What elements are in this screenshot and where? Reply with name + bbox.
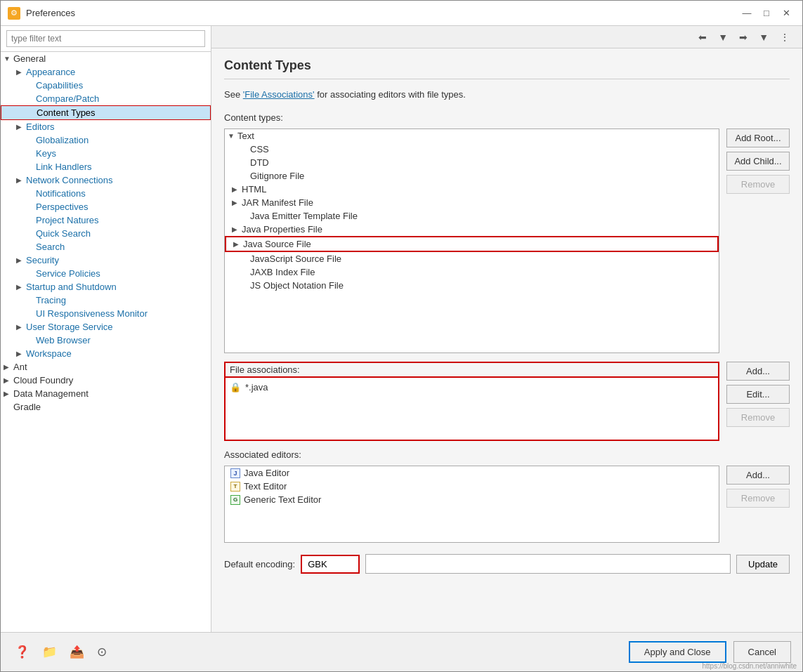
- file-associations-label: File associations:: [224, 362, 719, 378]
- sidebar-item-keys[interactable]: ▶ Keys: [1, 147, 211, 160]
- more-options-button[interactable]: ⋮: [776, 29, 794, 45]
- sidebar-item-startup-shutdown[interactable]: ▶ Startup and Shutdown: [1, 280, 211, 294]
- remove-assoc-button[interactable]: Remove: [726, 408, 790, 427]
- expand-arrow: ▶: [4, 363, 13, 371]
- sidebar-item-data-management[interactable]: ▶ Data Management: [1, 387, 211, 400]
- minimize-button[interactable]: —: [738, 6, 756, 21]
- sidebar-item-project-natures[interactable]: ▶ Project Natures: [1, 213, 211, 227]
- expand-arrow: ▶: [4, 376, 13, 384]
- preferences-button[interactable]: ⊙: [94, 643, 110, 661]
- sidebar-item-user-storage-service[interactable]: ▶ User Storage Service: [1, 320, 211, 334]
- editor-item-generic[interactable]: G Generic Text Editor: [225, 493, 719, 506]
- edit-assoc-button[interactable]: Edit...: [726, 385, 790, 404]
- main-content: ▼ General ▶ Appearance ▶ Capabilities ▶ …: [1, 26, 802, 632]
- forward-button[interactable]: ➡: [735, 29, 752, 45]
- list-item-html[interactable]: ▶ HTML: [225, 183, 719, 196]
- file-assoc-value: *.java: [245, 382, 268, 393]
- apply-close-button[interactable]: Apply and Close: [629, 641, 726, 663]
- expand-arrow-icon: ▶: [232, 199, 242, 206]
- sidebar-item-editors[interactable]: ▶ Editors: [1, 120, 211, 133]
- help-button[interactable]: ❓: [12, 643, 32, 661]
- sidebar-item-security[interactable]: ▶ Security: [1, 253, 211, 267]
- content-types-list[interactable]: ▼ Text ▶ CSS ▶ DTD: [224, 129, 719, 353]
- sidebar-item-general[interactable]: ▼ General: [1, 52, 211, 65]
- sidebar-item-content-types[interactable]: ▶ Content Types: [1, 105, 211, 120]
- back-dropdown-button[interactable]: ▼: [714, 29, 732, 45]
- expand-arrow: ▶: [4, 390, 13, 397]
- sidebar-item-ui-responsiveness[interactable]: ▶ UI Responsiveness Monitor: [1, 307, 183, 320]
- sidebar-item-label: Perspectives: [36, 202, 88, 212]
- panel-toolbar-right: ⬅ ▼ ➡ ▼ ⋮: [694, 29, 794, 45]
- sidebar-item-web-browser[interactable]: ▶ Web Browser: [1, 334, 211, 347]
- list-item-label: HTML: [242, 184, 266, 195]
- editor-item-java[interactable]: J Java Editor: [225, 466, 719, 480]
- sidebar-item-compare-patch[interactable]: ▶ Compare/Patch: [1, 92, 211, 105]
- search-input[interactable]: [6, 30, 205, 47]
- sidebar-item-link-handlers[interactable]: ▶ Link Handlers: [1, 160, 211, 173]
- list-item-js-object-notation[interactable]: ▶ JS Object Notation File: [225, 279, 719, 292]
- expand-arrow-icon: ▶: [232, 185, 242, 193]
- sidebar-item-gradle[interactable]: ▶ Gradle: [1, 400, 211, 414]
- sidebar-item-cloud-foundry[interactable]: ▶ Cloud Foundry: [1, 374, 211, 387]
- encoding-input[interactable]: [302, 556, 358, 572]
- export-button[interactable]: 📤: [67, 643, 87, 661]
- list-item-label: Gitignore File: [250, 171, 304, 181]
- add-child-button[interactable]: Add Child...: [726, 152, 790, 171]
- sidebar-item-label: Keys: [36, 148, 56, 159]
- list-item-text[interactable]: ▼ Text: [225, 129, 719, 143]
- list-item-jar-manifest[interactable]: ▶ JAR Manifest File: [225, 196, 719, 209]
- sidebar-item-perspectives[interactable]: ▶ Perspectives: [1, 200, 211, 213]
- cancel-button[interactable]: Cancel: [733, 641, 791, 663]
- remove-top-button[interactable]: Remove: [726, 175, 790, 194]
- add-editor-button[interactable]: Add...: [726, 466, 790, 485]
- list-item-java-properties[interactable]: ▶ Java Properties File: [225, 223, 719, 236]
- content-types-box: ▼ Text ▶ CSS ▶ DTD: [224, 129, 790, 353]
- list-item-gitignore[interactable]: ▶ Gitignore File: [225, 169, 719, 183]
- list-item-javascript-source[interactable]: ▶ JavaScript Source File: [225, 252, 719, 265]
- watermark: https://blog.csdn.net/anniwhite: [702, 662, 797, 670]
- sidebar-item-label: Editors: [26, 121, 54, 132]
- add-root-button[interactable]: Add Root...: [726, 129, 790, 147]
- close-button[interactable]: ✕: [777, 6, 795, 21]
- list-item-label: DTD: [250, 157, 269, 168]
- sidebar-item-appearance[interactable]: ▶ Appearance: [1, 65, 211, 79]
- sidebar-item-label: Startup and Shutdown: [26, 282, 117, 292]
- list-item-label: Java Source File: [243, 239, 311, 249]
- sidebar-item-network-connections[interactable]: ▶ Network Connections: [1, 173, 211, 187]
- sidebar-item-capabilities[interactable]: ▶ Capabilities: [1, 79, 211, 92]
- remove-editor-button[interactable]: Remove: [726, 489, 790, 508]
- list-item-label: Java Emitter Template File: [250, 211, 358, 221]
- sidebar-item-workspace[interactable]: ▶ Workspace: [1, 347, 211, 360]
- sidebar-item-globalization[interactable]: ▶ Globalization: [1, 133, 211, 147]
- sidebar-item-service-policies[interactable]: ▶ Service Policies: [1, 267, 211, 280]
- sidebar-item-label: General: [13, 53, 46, 64]
- back-button[interactable]: ⬅: [694, 29, 711, 45]
- sidebar: ▼ General ▶ Appearance ▶ Capabilities ▶ …: [1, 26, 211, 632]
- add-assoc-button[interactable]: Add...: [726, 362, 790, 381]
- list-item-label: CSS: [250, 144, 269, 154]
- sidebar-item-quick-search[interactable]: ▶ Quick Search: [1, 227, 211, 240]
- update-button[interactable]: Update: [736, 555, 790, 574]
- sidebar-item-notifications[interactable]: ▶ Notifications: [1, 187, 211, 200]
- import-button[interactable]: 📁: [39, 643, 60, 661]
- list-item-jaxb-index[interactable]: ▶ JAXB Index File: [225, 265, 719, 279]
- list-item-java-emitter[interactable]: ▶ Java Emitter Template File: [225, 209, 719, 223]
- file-assoc-item[interactable]: 🔒 *.java: [226, 381, 718, 394]
- content-types-label: Content types:: [224, 112, 790, 123]
- sidebar-item-label: Link Handlers: [36, 162, 92, 172]
- expand-arrow: ▶: [16, 256, 26, 264]
- sidebar-item-tracing[interactable]: ▶ Tracing: [1, 294, 211, 307]
- maximize-button[interactable]: □: [757, 6, 776, 21]
- sidebar-item-ant[interactable]: ▶ Ant: [1, 360, 211, 374]
- title-bar-left: ⚙ Preferences: [8, 7, 75, 20]
- bottom-bar: ❓ 📁 📤 ⊙ Apply and Close Cancel: [1, 632, 802, 671]
- list-item-java-source[interactable]: ▶ Java Source File: [225, 236, 719, 252]
- associated-editors-list[interactable]: J Java Editor T Text Editor G Generic Te…: [224, 466, 719, 543]
- file-associations-link[interactable]: 'File Associations': [243, 89, 315, 100]
- sidebar-item-search[interactable]: ▶ Search: [1, 240, 211, 253]
- list-item-css[interactable]: ▶ CSS: [225, 143, 719, 156]
- forward-dropdown-button[interactable]: ▼: [755, 29, 773, 45]
- editor-label: Java Editor: [244, 468, 289, 478]
- list-item-dtd[interactable]: ▶ DTD: [225, 156, 719, 169]
- editor-item-text[interactable]: T Text Editor: [225, 480, 719, 493]
